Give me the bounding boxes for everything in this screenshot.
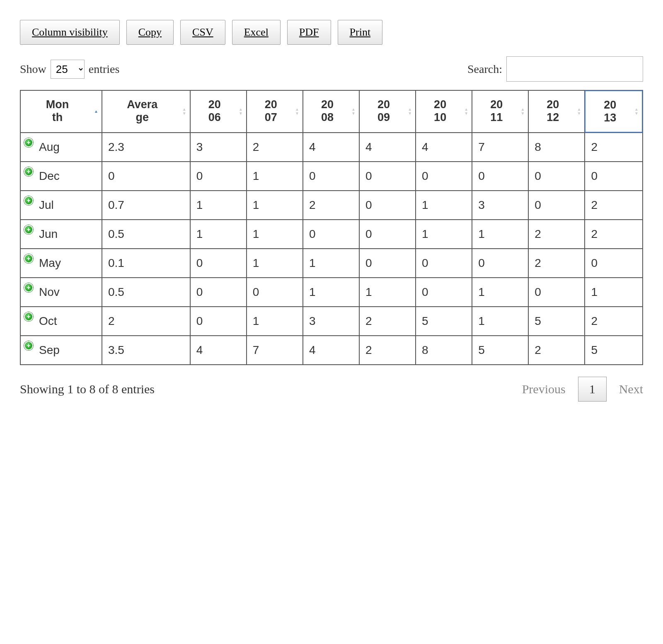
cell-value: 0 xyxy=(309,169,316,182)
cell-value: 0 xyxy=(309,228,316,240)
column-visibility-button[interactable]: Column visibility xyxy=(20,20,120,45)
data-cell: 5 xyxy=(416,307,472,336)
cell-value: 0 xyxy=(196,257,203,269)
cell-value: 3.5 xyxy=(108,344,124,356)
data-cell: 5 xyxy=(585,336,643,365)
column-header-label: Avera ge xyxy=(127,98,157,123)
cell-value: 2 xyxy=(535,257,541,269)
cell-value: 2 xyxy=(591,315,598,327)
search-label: Search: xyxy=(467,63,502,76)
cell-value: Jun xyxy=(39,228,58,240)
cell-value: 2 xyxy=(309,199,316,211)
data-cell: 1 xyxy=(416,191,472,220)
cell-value: 0 xyxy=(422,257,428,269)
data-cell: 0 xyxy=(303,220,359,249)
column-header-2012[interactable]: 20 12▲▼ xyxy=(528,90,585,133)
cell-value: 3 xyxy=(309,315,316,327)
data-cell: 0 xyxy=(190,278,247,307)
expand-icon[interactable]: + xyxy=(24,312,33,321)
sort-icon: ▲▼ xyxy=(295,108,299,115)
column-header-label: 20 12 xyxy=(547,98,559,123)
cell-value: 2 xyxy=(591,199,598,211)
month-cell: +Oct xyxy=(20,307,102,336)
cell-value: 0 xyxy=(253,286,259,298)
expand-icon[interactable]: + xyxy=(24,341,33,350)
cell-value: 0 xyxy=(535,169,541,182)
data-cell: 1 xyxy=(472,220,528,249)
cell-value: 1 xyxy=(478,315,485,327)
column-header-2009[interactable]: 20 09▲▼ xyxy=(359,90,416,133)
cell-value: 0.1 xyxy=(108,257,124,269)
expand-icon[interactable]: + xyxy=(24,138,33,147)
sort-icon: ▲▼ xyxy=(351,108,356,115)
table-row: +Nov0.500110101 xyxy=(20,278,643,307)
length-control: Show 102550100 entries xyxy=(20,60,119,79)
cell-value: 0 xyxy=(196,169,203,182)
column-header-label: 20 07 xyxy=(265,98,277,123)
data-cell: 2 xyxy=(102,307,190,336)
month-cell: +Nov xyxy=(20,278,102,307)
column-header-2013[interactable]: 20 13▲▼ xyxy=(585,90,643,133)
csv-button[interactable]: CSV xyxy=(180,20,225,45)
cell-value: 3 xyxy=(196,140,203,153)
expand-icon[interactable]: + xyxy=(24,283,33,292)
pdf-button[interactable]: PDF xyxy=(287,20,331,45)
cell-value: 1 xyxy=(253,228,259,240)
data-cell: 1 xyxy=(247,307,303,336)
data-cell: 0.1 xyxy=(102,249,190,278)
data-cell: 2.3 xyxy=(102,133,190,162)
excel-button[interactable]: Excel xyxy=(232,20,281,45)
column-header-2011[interactable]: 20 11▲▼ xyxy=(472,90,528,133)
data-cell: 7 xyxy=(472,133,528,162)
data-cell: 0 xyxy=(585,162,643,191)
data-cell: 1 xyxy=(359,278,416,307)
column-header-2010[interactable]: 20 10▲▼ xyxy=(416,90,472,133)
page-number-1[interactable]: 1 xyxy=(578,377,607,402)
cell-value: 0 xyxy=(108,169,115,182)
data-cell: 0 xyxy=(472,249,528,278)
data-cell: 2 xyxy=(528,249,585,278)
cell-value: 5 xyxy=(535,315,541,327)
data-cell: 0 xyxy=(585,249,643,278)
copy-button[interactable]: Copy xyxy=(126,20,174,45)
data-cell: 0.5 xyxy=(102,278,190,307)
cell-value: 4 xyxy=(422,140,428,153)
column-header-label: 20 06 xyxy=(208,98,221,123)
column-header-average[interactable]: Avera ge▲▼ xyxy=(102,90,190,133)
cell-value: Oct xyxy=(39,315,57,327)
table-row: +May0.101100020 xyxy=(20,249,643,278)
previous-button[interactable]: Previous xyxy=(522,382,566,396)
print-button[interactable]: Print xyxy=(338,20,383,45)
cell-value: Dec xyxy=(39,169,60,182)
expand-icon[interactable]: + xyxy=(24,225,33,234)
sort-icon: ▲▼ xyxy=(408,108,412,115)
cell-value: 1 xyxy=(196,228,203,240)
cell-value: 5 xyxy=(422,315,428,327)
next-button[interactable]: Next xyxy=(619,382,643,396)
column-header-2007[interactable]: 20 07▲▼ xyxy=(247,90,303,133)
expand-icon[interactable]: + xyxy=(24,167,33,176)
data-cell: 1 xyxy=(303,249,359,278)
column-header-month[interactable]: Mon th▲▼ xyxy=(20,90,102,133)
data-cell: 0 xyxy=(416,278,472,307)
page-length-select[interactable]: 102550100 xyxy=(51,60,85,79)
data-cell: 4 xyxy=(416,133,472,162)
cell-value: 0 xyxy=(535,199,541,211)
column-header-2008[interactable]: 20 08▲▼ xyxy=(303,90,359,133)
cell-value: 2 xyxy=(535,228,541,240)
table-body: +Aug2.332444782+Dec001000000+Jul0.711201… xyxy=(20,133,643,365)
sort-icon: ▲▼ xyxy=(182,108,186,115)
expand-icon[interactable]: + xyxy=(24,196,33,205)
cell-value: 1 xyxy=(309,286,316,298)
search-input[interactable] xyxy=(506,56,643,82)
data-cell: 0 xyxy=(528,278,585,307)
data-cell: 0 xyxy=(416,249,472,278)
sort-icon: ▲▼ xyxy=(520,108,525,115)
cell-value: 1 xyxy=(478,286,485,298)
expand-icon[interactable]: + xyxy=(24,254,33,263)
cell-value: 2.3 xyxy=(108,140,124,153)
column-header-2006[interactable]: 20 06▲▼ xyxy=(190,90,247,133)
cell-value: 2 xyxy=(535,344,541,356)
column-header-label: 20 09 xyxy=(377,98,390,123)
table-row: +Dec001000000 xyxy=(20,162,643,191)
